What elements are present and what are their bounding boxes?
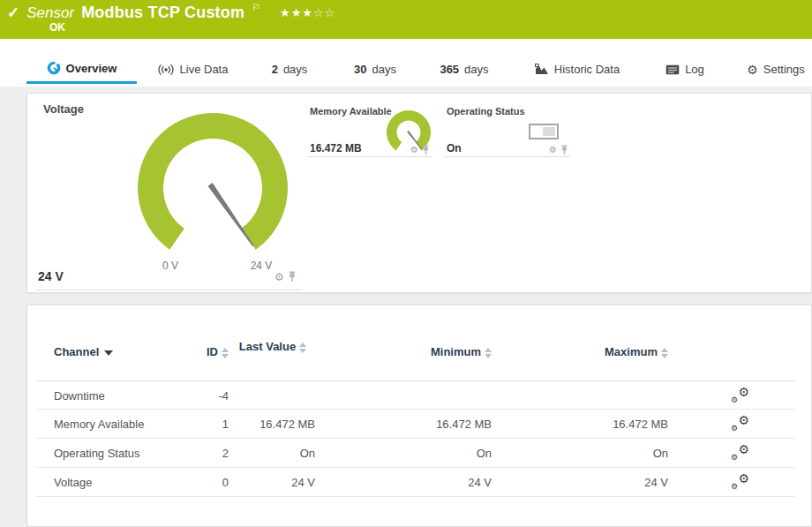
memory-cell-divider [308,156,432,157]
tab-bar: Overview Live Data 2 days 30 days 365 da… [0,55,812,87]
channel-settings-button[interactable]: ⚙⚙ [730,443,753,463]
sort-arrows-icon [485,348,492,358]
voltage-cell-divider [36,290,303,290]
stars-filled[interactable]: ★★★ [280,6,313,19]
tab-live-data-label: Live Data [180,63,229,76]
voltage-gauge-tools: ⚙ [274,271,297,282]
sort-arrows-icon [222,348,229,358]
voltage-settings-gear-icon[interactable]: ⚙ [274,272,284,282]
tab-2-days-number: 2 [272,63,278,76]
memory-pushpin-icon[interactable] [422,145,430,155]
column-header-id-label: ID [207,345,218,358]
sensor-title: Modbus TCP Custom [81,4,244,22]
priority-flag-icon[interactable]: ⚐ [252,2,260,13]
cell-minimum: 24 V [319,476,492,489]
voltage-current-value: 24 V [38,269,64,283]
stars-empty[interactable]: ☆☆ [313,6,335,19]
tab-365-days-number: 365 [440,63,459,76]
cell-maximum: On [495,447,668,460]
tab-overview-label: Overview [66,62,117,75]
tab-365-days[interactable]: 365 days [432,55,496,84]
cell-id: -4 [133,389,229,403]
tab-historic-data[interactable]: Historic Data [528,55,627,84]
double-gear-icon: ⚙⚙ [730,443,751,463]
column-header-last-value[interactable]: Last Value [230,339,315,354]
tab-log[interactable]: Log [660,55,710,84]
table-row-voltage[interactable]: Voltage 0 24 V 24 V 24 V ⚙⚙ [36,468,795,497]
operating-status-toggle-icon[interactable] [529,124,559,139]
double-gear-icon: ⚙⚙ [730,386,751,405]
memory-gauge-tools: ⚙ [410,145,430,155]
memory-current-value: 16.472 MB [310,142,362,154]
tab-live-data[interactable]: Live Data [152,55,233,84]
cell-minimum: On [319,447,492,460]
tab-30-days-number: 30 [354,63,366,76]
live-broadcast-icon [157,64,175,76]
sort-arrows-icon [299,343,306,353]
cell-channel: Voltage [54,476,92,489]
column-header-channel-label: Channel [54,345,99,358]
memory-gauge-title: Memory Available [310,106,392,117]
tab-2-days-label: days [283,63,307,76]
column-header-minimum[interactable]: Minimum [319,345,492,358]
gauge-icon [47,61,61,75]
tab-log-label: Log [685,63,704,76]
voltage-scale-max: 24 V [237,260,285,272]
voltage-gauge-title: Voltage [43,102,84,116]
gauges-panel: Voltage 0 V 24 V 24 V ⚙ Memory Available… [26,93,812,293]
table-row-downtime[interactable]: Downtime -4 ⚙⚙ [36,380,795,410]
object-kind-label: Sensor [26,4,74,22]
tab-2-days[interactable]: 2 days [265,55,314,84]
sensor-overview-page: ✓ Sensor Modbus TCP Custom ⚐ ★★★☆☆ OK Ov… [0,0,812,527]
column-header-channel[interactable]: Channel [54,345,113,358]
cell-last-value: 16.472 MB [230,418,315,431]
channel-table-panel: Channel ID Last Value Minimum Maximum Do… [26,305,812,527]
channel-settings-button[interactable]: ⚙⚙ [730,386,753,405]
chevron-down-icon [104,350,113,356]
column-header-id[interactable]: ID [133,345,229,358]
gear-icon: ⚙ [747,64,758,76]
operating-pushpin-icon[interactable] [560,145,568,155]
tab-historic-data-label: Historic Data [554,63,620,76]
table-row-operating-status[interactable]: Operating Status 2 On On On ⚙⚙ [36,439,795,468]
channel-settings-button[interactable]: ⚙⚙ [730,472,753,492]
tab-365-days-label: days [464,63,488,76]
toggle-knob [543,127,555,136]
cell-id: 2 [133,447,229,460]
sensor-status-badge: OK [49,21,65,34]
status-ok-check-icon: ✓ [7,5,19,20]
column-header-maximum-label: Maximum [605,345,658,358]
voltage-scale-min: 0 V [151,260,190,272]
cell-id: 0 [133,476,229,489]
cell-maximum: 24 V [495,476,668,489]
operating-status-value: On [447,142,462,154]
sensor-header: ✓ Sensor Modbus TCP Custom ⚐ ★★★☆☆ OK [0,0,812,39]
channel-rows: Downtime -4 ⚙⚙ Memory Available 1 16.472… [36,380,795,497]
cell-channel: Downtime [54,389,105,403]
cell-last-value: 24 V [230,476,315,489]
tab-overview[interactable]: Overview [26,55,137,84]
priority-stars[interactable]: ★★★☆☆ [280,6,335,19]
tab-settings[interactable]: ⚙ Settings [743,55,808,84]
cell-last-value: On [230,447,315,460]
operating-settings-gear-icon[interactable]: ⚙ [549,146,557,154]
channel-settings-button[interactable]: ⚙⚙ [730,414,753,433]
voltage-gauge[interactable] [129,104,297,272]
double-gear-icon: ⚙⚙ [730,414,751,433]
area-chart-icon [535,64,549,75]
cell-minimum: 16.472 MB [319,418,492,431]
column-header-minimum-label: Minimum [431,345,481,358]
tab-settings-label: Settings [763,63,805,76]
cell-maximum: 16.472 MB [495,418,668,431]
tab-30-days[interactable]: 30 days [348,55,402,84]
column-header-last-value-label: Last Value [239,340,296,353]
memory-settings-gear-icon[interactable]: ⚙ [410,146,418,154]
cell-channel: Operating Status [54,447,140,460]
voltage-pushpin-icon[interactable] [288,271,297,282]
sort-arrows-icon [661,348,668,358]
operating-cell-divider [445,156,570,157]
table-row-memory-available[interactable]: Memory Available 1 16.472 MB 16.472 MB 1… [36,410,795,439]
operating-status-tools: ⚙ [549,145,568,155]
column-header-maximum[interactable]: Maximum [495,345,668,358]
operating-status-title: Operating Status [447,106,525,117]
